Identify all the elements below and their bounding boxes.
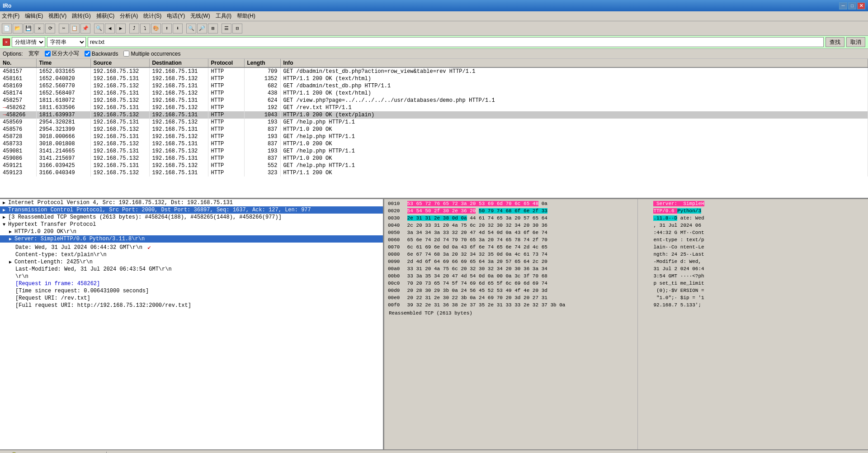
options-case-label[interactable]: 区分大小写 [45, 50, 79, 57]
options-backwards-checkbox[interactable] [85, 51, 90, 57]
menu-view[interactable]: 视图(V) [48, 12, 66, 20]
expand-icon-http-status: ▶ [9, 229, 14, 234]
cell-destination: 192.168.75.131 [149, 140, 208, 148]
cell-length: 624 [244, 97, 280, 104]
detail-http-full-uri[interactable]: [Full request URI: http://192.168.75.132… [0, 302, 383, 309]
table-row[interactable]: 459121 3166.039425 192.168.75.131 192.16… [0, 162, 868, 169]
menu-goto[interactable]: 跳转(G) [72, 12, 90, 20]
menu-phone[interactable]: 电话(Y) [167, 12, 185, 20]
detail-http-date[interactable]: Date: Wed, 31 Jul 2024 06:44:32 GMT\r\n … [0, 243, 383, 251]
detail-reassembled-row[interactable]: ▶ [3 Reassembled TCP Segments (2613 byte… [0, 214, 383, 221]
detail-http-request-frame[interactable]: [Request in frame: 458262] [0, 280, 383, 287]
tb-color[interactable]: 🎨 [151, 24, 161, 33]
table-row[interactable]: 458257 1811.618072 192.168.75.132 192.16… [0, 97, 868, 104]
detail-scroll-area[interactable]: ▶ Internet Protocol Version 4, Src: 192.… [0, 199, 383, 449]
detail-http-lm[interactable]: Last-Modified: Wed, 31 Jul 2024 06:43:54… [0, 266, 383, 273]
table-row[interactable]: 458161 1652.040820 192.168.75.131 192.16… [0, 75, 868, 82]
table-row[interactable]: 458576 2954.321399 192.168.75.132 192.16… [0, 126, 868, 133]
tb-back[interactable]: ◀ [105, 24, 115, 33]
menu-analyze[interactable]: 分析(A) [120, 12, 138, 20]
table-row[interactable]: 459123 3166.040349 192.168.75.132 192.16… [0, 169, 868, 176]
detail-http-status[interactable]: ▶ HTTP/1.0 200 OK\r\n [0, 228, 383, 235]
menu-edit[interactable]: 编辑(E) [25, 12, 43, 20]
detail-http-uri[interactable]: [Request URI: /rev.txt] [0, 295, 383, 302]
tb-detail[interactable]: ⊟ [232, 24, 242, 33]
filter-close-button[interactable]: ✕ [3, 38, 10, 46]
hex-scroll-area[interactable]: 0010 53 65 72 76 65 72 3a 20 53 69 6d 70… [384, 199, 868, 449]
tb-paste[interactable]: 📌 [80, 24, 90, 33]
cell-time: 1811.639937 [36, 111, 90, 119]
filter-search-input[interactable] [88, 37, 824, 47]
tb-forward[interactable]: ▶ [116, 24, 126, 33]
tb-open[interactable]: 📂 [13, 24, 23, 33]
tb-list[interactable]: ☰ [222, 24, 231, 33]
detail-http-row[interactable]: ▼ Hypertext Transfer Protocol [0, 221, 383, 228]
tb-zoom-in[interactable]: 🔍 [186, 24, 196, 33]
menu-wireless[interactable]: 无线(W) [190, 12, 210, 20]
detail-tcp-row[interactable]: ▶ Transmission Control Protocol, Src Por… [0, 206, 383, 214]
cell-destination: 192.168.75.132 [149, 119, 208, 126]
tb-zoom-full[interactable]: ⊞ [208, 24, 218, 33]
packet-scroll-area[interactable]: 458157 1652.033165 192.168.75.132 192.16… [0, 68, 868, 199]
maximize-button[interactable]: □ [848, 2, 856, 10]
detail-http-time-since[interactable]: [Time since request: 0.006431000 seconds… [0, 287, 383, 295]
tb-new[interactable]: 📄 [2, 24, 12, 33]
options-multiple-checkbox[interactable] [123, 51, 129, 57]
close-button[interactable]: ✕ [857, 2, 865, 10]
tb-close[interactable]: ✕ [34, 24, 44, 33]
detail-http-cl[interactable]: ▶ Content-Length: 2425\r\n [0, 258, 383, 266]
table-row[interactable]: 459081 3141.214665 192.168.75.131 192.16… [0, 148, 868, 155]
cell-no: 458169 [0, 82, 36, 90]
table-row[interactable]: →458262 1811.633506 192.168.75.131 192.1… [0, 104, 868, 111]
table-row[interactable]: 458569 2954.320281 192.168.75.131 192.16… [0, 119, 868, 126]
tb-reload[interactable]: ⟳ [45, 24, 55, 33]
detail-http-crlf[interactable]: \r\n [0, 273, 383, 280]
table-row[interactable]: 458728 3018.000666 192.168.75.131 192.16… [0, 133, 868, 140]
cell-time: 3141.215697 [36, 155, 90, 162]
filter-mode1-dropdown[interactable]: 分组详情 分组列表 [12, 37, 45, 47]
hex-row-0020: 0020 54 54 50 2f 30 2e 36 20 50 79 74 68… [386, 207, 636, 215]
menu-file[interactable]: 文件(F) [2, 12, 19, 20]
cell-time: 3166.040349 [36, 169, 90, 176]
filter-find-button[interactable]: 查找 [826, 37, 844, 47]
options-backwards-label[interactable]: Backwards [85, 51, 118, 57]
cell-destination: 192.168.75.132 [149, 90, 208, 97]
tb-down[interactable]: ⬇ [173, 24, 183, 33]
detail-http-server[interactable]: ▶ Server: SimpleHTTP/0.6 Python/3.11.8\r… [0, 235, 383, 243]
cell-protocol: HTTP [208, 140, 244, 148]
tb-jump[interactable]: ⤴ [129, 24, 139, 33]
menu-help[interactable]: 帮助(H) [237, 12, 255, 20]
tb-up[interactable]: ⬆ [162, 24, 172, 33]
detail-ip-row[interactable]: ▶ Internet Protocol Version 4, Src: 192.… [0, 199, 383, 206]
tb-cut[interactable]: ✂ [59, 24, 69, 33]
cell-info: HTTP/1.1 200 OK (text/html) [280, 75, 868, 82]
options-multiple-label[interactable]: Multiple occurrences [123, 51, 180, 57]
cell-no: 459123 [0, 169, 36, 176]
tb-save[interactable]: 💾 [24, 24, 33, 33]
filter-cancel-button[interactable]: 取消 [846, 37, 865, 47]
table-row[interactable]: 458174 1652.568407 192.168.75.131 192.16… [0, 90, 868, 97]
cell-protocol: HTTP [208, 126, 244, 133]
tb-jump2[interactable]: ⤵ [140, 24, 150, 33]
table-row[interactable]: 458169 1652.560770 192.168.75.132 192.16… [0, 82, 868, 90]
filter-mode2-dropdown[interactable]: 字符串 正则表达式 [47, 37, 86, 47]
menu-stats[interactable]: 统计(S) [143, 12, 161, 20]
hex-addr-00c0: 00c0 [388, 280, 404, 287]
tb-zoom-out[interactable]: 🔎 [197, 24, 207, 33]
tb-find[interactable]: 🔍 [94, 24, 104, 33]
detail-http-ct[interactable]: Content-type: text/plain\r\n [0, 251, 383, 258]
minimize-button[interactable]: ─ [839, 2, 847, 10]
menu-tools[interactable]: 工具(I) [216, 12, 231, 20]
detail-http-status-text: HTTP/1.0 200 OK\r\n [14, 229, 76, 235]
hex-ascii-0070: lain··Co ntent-Le [640, 243, 866, 251]
tb-copy[interactable]: 📋 [70, 24, 80, 33]
detail-http-cl-text: Content-Length: 2425\r\n [14, 259, 93, 265]
options-case-checkbox[interactable] [45, 51, 51, 57]
table-row[interactable]: →458266 1811.639937 192.168.75.132 192.1… [0, 111, 868, 119]
table-row[interactable]: 459086 3141.215697 192.168.75.132 192.16… [0, 155, 868, 162]
table-row[interactable]: 458157 1652.033165 192.168.75.132 192.16… [0, 68, 868, 75]
menu-capture[interactable]: 捕获(C) [96, 12, 115, 20]
table-row[interactable]: 458733 3018.001808 192.168.75.132 192.16… [0, 140, 868, 148]
hex-ascii-0060: ent-type : text/p [640, 236, 866, 243]
hex-row-00c0: 00c0 70 20 73 65 74 5f 74 69 6d 65 5f 6c… [386, 280, 636, 287]
